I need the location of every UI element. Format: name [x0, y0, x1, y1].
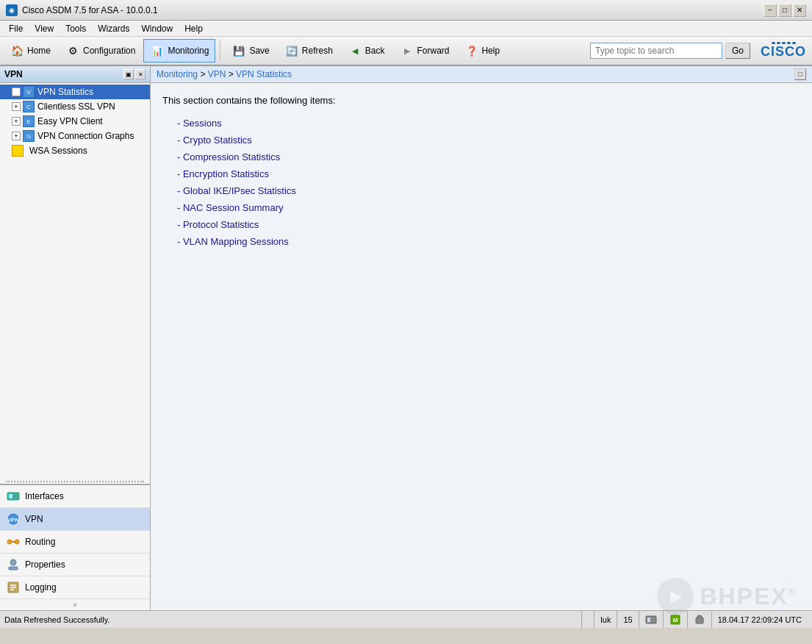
breadcrumb-sep1: > [200, 69, 207, 79]
sidebar-pin-button[interactable]: ▣ [123, 69, 134, 79]
cisco-text: CISCO [761, 44, 806, 60]
tree-label-vpn-connection-graphs: VPN Connection Graphs [37, 131, 134, 141]
svg-rect-8 [9, 567, 18, 570]
content-item-compression-statistics: Compression Statistics [162, 149, 800, 165]
nav-label-routing: Routing [25, 537, 55, 547]
home-icon [10, 43, 24, 58]
status-icon-1 [639, 611, 663, 629]
breadcrumb-monitoring[interactable]: Monitoring [157, 69, 198, 79]
refresh-icon [284, 43, 299, 58]
svg-rect-17 [696, 618, 703, 623]
tree-folder-wsa-icon [12, 145, 24, 157]
app-icon [6, 4, 18, 16]
nav-label-interfaces: Interfaces [25, 491, 64, 501]
refresh-button[interactable]: Refresh [278, 39, 339, 62]
tree-item-vpn-connection-graphs[interactable]: + G VPN Connection Graphs [0, 129, 150, 143]
nav-item-routing[interactable]: Routing [0, 531, 150, 554]
tree-folder-vpn-graphs-icon: G [23, 130, 35, 142]
status-message: Data Refreshed Successfully. [4, 615, 581, 624]
menu-wizards[interactable]: Wizards [92, 22, 135, 35]
search-go-button[interactable]: Go [725, 43, 750, 59]
menu-window[interactable]: Window [136, 22, 179, 35]
help-icon [464, 43, 479, 58]
back-label: Back [365, 46, 385, 56]
menu-file[interactable]: File [3, 22, 29, 35]
sidebar: VPN ▣ ✕ − V VPN Statistics + C Clientles… [0, 66, 151, 610]
cisco-logo: CISCO [758, 37, 809, 64]
forward-label: Forward [417, 46, 450, 56]
sidebar-title: VPN [4, 69, 23, 79]
sidebar-header: VPN ▣ ✕ [0, 66, 150, 83]
status-segment-divider1 [581, 611, 594, 629]
app-title: Cisco ASDM 7.5 for ASA - 10.0.0.1 [22, 5, 158, 15]
status-timestamp: 18.04.17 22:09:24 UTC [711, 611, 808, 629]
properties-icon [6, 557, 21, 572]
tree-label-wsa-sessions: WSA Sessions [29, 146, 87, 156]
breadcrumb-bar: Monitoring > VPN > VPN Statistics □ [151, 66, 812, 83]
configuration-label: Configuration [83, 46, 135, 56]
tree-item-clientless-ssl-vpn[interactable]: + C Clientless SSL VPN [0, 99, 150, 114]
search-input[interactable] [590, 43, 722, 59]
tree-expand-vpn-graphs[interactable]: + [12, 132, 21, 140]
tree-item-easy-vpn-client[interactable]: + E Easy VPN Client [0, 114, 150, 129]
menu-tools[interactable]: Tools [60, 22, 92, 35]
svg-point-4 [7, 540, 12, 544]
home-button[interactable]: Home [3, 39, 57, 62]
tree-folder-clientless-icon: C [23, 101, 35, 112]
tree-item-vpn-statistics[interactable]: − V VPN Statistics [0, 85, 150, 99]
status-bar: Data Refreshed Successfully. luk 15 M 18… [0, 610, 812, 628]
monitoring-label: Monitoring [168, 46, 209, 56]
nav-label-properties: Properties [25, 559, 65, 570]
forward-button[interactable]: Forward [393, 39, 456, 62]
help-button[interactable]: Help [458, 39, 507, 62]
breadcrumb-vpn-statistics: VPN Statistics [236, 69, 292, 79]
nav-label-logging: Logging [25, 582, 57, 593]
sidebar-collapse-button[interactable]: ✕ [135, 69, 145, 79]
back-button[interactable]: Back [341, 39, 392, 62]
nav-item-vpn[interactable]: VPN VPN [0, 508, 150, 531]
tree-item-wsa-sessions[interactable]: WSA Sessions [0, 143, 150, 158]
title-bar: Cisco ASDM 7.5 for ASA - 10.0.0.1 − □ ✕ [0, 0, 812, 21]
maximize-button[interactable]: □ [778, 4, 791, 17]
status-segments: luk 15 M 18.04.17 22:09:24 UTC [581, 611, 808, 629]
breadcrumb-vpn[interactable]: VPN [208, 69, 226, 79]
svg-point-5 [15, 540, 19, 544]
tree-label-clientless-ssl-vpn: Clientless SSL VPN [37, 101, 115, 112]
menu-view[interactable]: View [29, 22, 60, 35]
status-icon-2: M [663, 611, 687, 629]
status-icon-3 [687, 611, 711, 629]
back-icon [348, 43, 362, 58]
refresh-label: Refresh [302, 46, 333, 56]
routing-icon [6, 534, 21, 549]
tree-label-easy-vpn-client: Easy VPN Client [37, 116, 103, 126]
svg-point-7 [10, 559, 16, 565]
content-item-crypto-statistics: Crypto Statistics [162, 132, 800, 149]
close-button[interactable]: ✕ [793, 4, 806, 17]
minimize-button[interactable]: − [764, 4, 777, 17]
monitor-icon [150, 43, 165, 58]
tree-expand-clientless[interactable]: + [12, 102, 21, 111]
help-label: Help [482, 46, 500, 56]
tree-expand-easy-vpn[interactable]: + [12, 117, 21, 126]
nav-item-properties[interactable]: Properties [0, 554, 150, 576]
status-number: 15 [617, 611, 638, 629]
monitoring-button[interactable]: Monitoring [143, 39, 215, 62]
save-icon [231, 43, 246, 58]
svg-text:VPN: VPN [7, 517, 20, 523]
save-label: Save [249, 46, 269, 56]
nav-item-interfaces[interactable]: Interfaces [0, 485, 150, 508]
save-button[interactable]: Save [225, 39, 276, 62]
main-content: This section contains the following item… [151, 83, 812, 610]
configuration-button[interactable]: Configuration [59, 39, 142, 62]
interfaces-icon [6, 489, 21, 504]
nav-item-logging[interactable]: Logging [0, 576, 150, 599]
expand-button[interactable]: □ [794, 68, 806, 80]
nav-more-button[interactable]: » [0, 599, 150, 610]
tree-expand-vpn-statistics[interactable]: − [12, 87, 21, 96]
content-item-protocol-statistics: Protocol Statistics [162, 216, 800, 233]
menu-help[interactable]: Help [179, 22, 209, 35]
content-item-global-ike-ipsec: Global IKE/IPsec Statistics [162, 182, 800, 199]
sidebar-controls: ▣ ✕ [123, 69, 145, 79]
home-label: Home [27, 46, 51, 56]
content-item-nac-session: NAC Session Summary [162, 199, 800, 216]
